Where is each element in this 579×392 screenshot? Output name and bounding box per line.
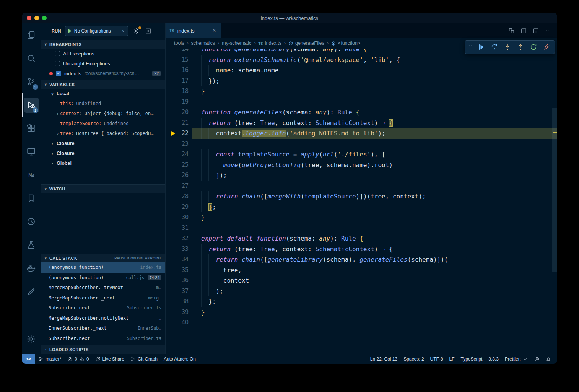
activity-project-notes[interactable] <box>22 280 41 303</box>
call-stack-header[interactable]: ∨ CALL STACK PAUSED ON BREAKPOINT <box>41 254 165 262</box>
call-stack-frame[interactable]: Subscriber.nextSubscriber.ts <box>41 303 165 313</box>
breakpoint-row[interactable]: All Exceptions <box>41 49 165 59</box>
activity-bookmarks[interactable] <box>22 187 41 210</box>
frame-location: index.ts <box>140 265 161 270</box>
status-eol[interactable]: LF <box>446 354 458 364</box>
activity-explorer[interactable] <box>22 23 41 47</box>
call-stack-frame[interactable]: MergeMapSubscriber.notifyNext… <box>41 313 165 324</box>
step-into-button[interactable] <box>501 41 514 53</box>
call-stack-title: CALL STACK <box>49 256 77 260</box>
status-auto-attach[interactable]: Auto Attach: On <box>161 354 199 364</box>
loaded-scripts-header[interactable]: › LOADED SCRIPTS <box>41 345 165 354</box>
call-stack-frame[interactable]: InnerSubscriber._nextInnerSub… <box>41 323 165 333</box>
breadcrumb-item-function[interactable]: <function> <box>331 41 360 46</box>
call-stack-frame[interactable]: (anonymous function)call.js74:24 <box>41 273 165 283</box>
status-live-share[interactable]: Live Share <box>92 354 127 364</box>
breadcrumb-item-schematics[interactable]: schematics <box>191 41 215 46</box>
activity-time-tracker[interactable] <box>22 210 41 233</box>
title-bar[interactable]: index.ts — wrkschematics <box>22 13 557 23</box>
gear-alert-dot <box>138 26 141 29</box>
status-notifications[interactable] <box>543 354 554 364</box>
step-over-button[interactable] <box>488 41 501 53</box>
breadcrumb-item-index-ts[interactable]: TSindex.ts <box>259 41 281 46</box>
breadcrumb-item-tools[interactable]: tools <box>174 41 184 46</box>
frame-name: Subscriber.next <box>49 336 124 341</box>
breadcrumb-item-generatefiles[interactable]: generateFiles <box>288 41 324 46</box>
variables-scope-local[interactable]: ∨Local <box>41 89 165 99</box>
line-number: 30 <box>176 212 189 223</box>
code-line-30: 30} <box>166 212 557 223</box>
docker-icon <box>26 264 36 273</box>
variable-row[interactable]: templateSource:undefined <box>41 119 165 128</box>
tab-index-ts[interactable]: TS index.ts <box>166 23 221 38</box>
status-git-graph[interactable]: Git Graph <box>127 354 161 364</box>
continue-button[interactable] <box>475 41 488 53</box>
activity-docker[interactable] <box>22 257 41 280</box>
restart-button[interactable] <box>527 41 540 53</box>
breakpoint-row[interactable]: Uncaught Exceptions <box>41 59 165 68</box>
variables-header[interactable]: ∨ VARIABLES <box>41 80 165 89</box>
frame-name: (anonymous function) <box>49 265 137 270</box>
activity-source-control[interactable]: 3 <box>22 70 41 93</box>
variables-scope-global[interactable]: ›Global <box>41 158 165 168</box>
status-indentation[interactable]: Spaces: 2 <box>400 354 427 364</box>
activity-settings[interactable] <box>22 327 41 351</box>
call-stack-frame[interactable]: MergeMapSubscriber._tryNextm… <box>41 283 165 293</box>
call-stack-frame[interactable]: MergeMapSubscriber._nextmerg… <box>41 293 165 303</box>
chevron-collapsed-icon: › <box>44 348 48 351</box>
split-editor-button[interactable] <box>520 27 527 34</box>
breadcrumb-item-my-schematic[interactable]: my-schematic <box>222 41 251 46</box>
activity-nx-console[interactable]: N≥ <box>22 163 41 187</box>
variable-row[interactable]: ›context:Object {debug: false, en… <box>41 109 165 119</box>
frame-name: MergeMapSubscriber.notifyNext <box>49 316 156 321</box>
toggle-layout-button[interactable] <box>532 27 540 34</box>
close-window-button[interactable] <box>27 16 31 20</box>
status-ts-version[interactable]: 3.8.3 <box>485 354 502 364</box>
activity-run-debug[interactable]: 1 <box>22 93 41 117</box>
status-cursor-position[interactable]: Ln 22, Col 13 <box>367 354 400 364</box>
activity-badge: 3 <box>33 84 38 90</box>
zoom-window-button[interactable] <box>42 16 47 20</box>
variable-row[interactable]: ›tree:HostTree {_backend: ScopedH… <box>41 128 165 138</box>
minimize-window-button[interactable] <box>34 16 39 20</box>
status-encoding[interactable]: UTF-8 <box>427 354 446 364</box>
frame-location: call.js <box>126 275 144 280</box>
code-editor[interactable]: 14function generateLibrary(schema: any):… <box>166 49 557 354</box>
breakpoint-checkbox[interactable] <box>56 71 61 76</box>
call-stack-frame[interactable]: Subscriber.nextSubscriber.ts <box>41 333 165 344</box>
activity-testing[interactable] <box>22 233 41 257</box>
status-remote[interactable]: >< <box>22 354 35 364</box>
symbol-icon <box>331 41 336 46</box>
debug-console-button[interactable] <box>144 27 153 35</box>
configure-launch-gear-button[interactable] <box>132 27 140 35</box>
variables-scope-closure[interactable]: ›Closure <box>41 148 165 158</box>
open-changes-button[interactable] <box>507 27 515 34</box>
frame-name: Subscriber.next <box>49 305 124 311</box>
watch-header[interactable]: ∨ WATCH <box>41 184 165 193</box>
breakpoint-checkbox[interactable] <box>55 51 60 56</box>
chevron-expanded-icon: ∨ <box>44 42 48 46</box>
start-debug-icon[interactable] <box>68 29 72 33</box>
activity-extensions[interactable] <box>22 117 41 140</box>
status-problems[interactable]: 00 <box>64 354 92 364</box>
status-prettier[interactable]: Prettier: <box>502 354 531 364</box>
breakpoint-row[interactable]: index.tstools/schematics/my-sch…22 <box>41 68 165 78</box>
call-stack-frame[interactable]: (anonymous function)index.ts <box>41 262 165 273</box>
activity-search[interactable] <box>22 47 41 70</box>
step-out-button[interactable] <box>514 41 527 53</box>
disconnect-button[interactable] <box>540 41 553 53</box>
more-actions-button[interactable] <box>544 27 552 34</box>
status-language[interactable]: TypeScript <box>458 354 486 364</box>
breakpoints-header[interactable]: ∨ BREAKPOINTS <box>41 40 165 49</box>
activity-remote-explorer[interactable] <box>22 140 41 163</box>
variables-scope-closure[interactable]: ›Closure <box>41 138 165 148</box>
search-icon <box>26 54 36 63</box>
variable-row[interactable]: this:undefined <box>41 99 165 109</box>
status-feedback[interactable] <box>531 354 543 364</box>
breakpoint-checkbox[interactable] <box>55 61 60 66</box>
status-git-branch[interactable]: master* <box>35 354 64 364</box>
close-tab-icon[interactable] <box>211 27 218 34</box>
code-line-21: 21 return (tree: Tree, context: Schemati… <box>166 118 557 128</box>
launch-config-dropdown[interactable]: No Configurations ∨ <box>65 26 128 36</box>
drag-handle-button[interactable] <box>467 41 475 53</box>
